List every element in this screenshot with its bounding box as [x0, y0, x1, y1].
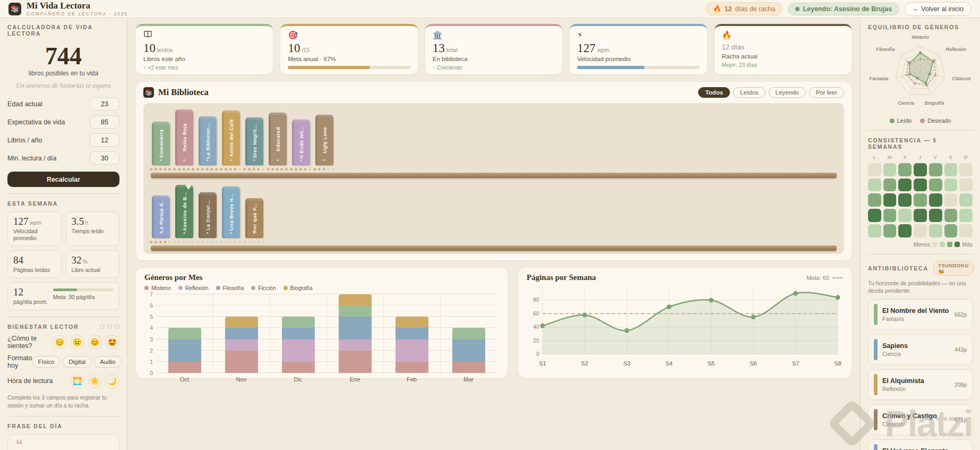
week-heading: ESTA SEMANA [7, 200, 119, 207]
format-button-audio[interactable]: Audio [94, 356, 121, 368]
book-spine-title: It Ends wit... [298, 126, 304, 158]
mood-button[interactable]: 🤩 [105, 335, 119, 349]
book-glyph-icon: ✦ [245, 231, 263, 235]
mood-button[interactable]: 😔 [53, 335, 67, 349]
book-spine[interactable]: Educated✦ [269, 113, 287, 165]
book-spine[interactable]: La Pareja d...✦ [152, 196, 170, 238]
book-spine[interactable]: La Bibliotec...✦ [199, 116, 217, 165]
book-spine[interactable]: La Conjur...✦ [199, 192, 217, 238]
antilibrary-item[interactable]: El Universo EleganteCiencia448p [868, 439, 973, 450]
calculator-field-input-0[interactable] [90, 97, 119, 111]
antilibrary-item[interactable]: El Nombre del VientoFantasía662p [868, 299, 973, 330]
mood-button[interactable]: 😊 [88, 335, 102, 349]
book-column: La Conjur...✦★★★★★ [199, 192, 217, 244]
book-spine-title: Cometierra [158, 129, 164, 158]
book-glyph-icon: ✦ [222, 158, 240, 163]
book-glyph-icon: ✦ [199, 158, 217, 163]
legend-dot-icon [144, 286, 149, 290]
svg-text:Reflexión: Reflexión [946, 47, 966, 52]
wellness-heading: BIENESTAR LECTOR [7, 324, 79, 330]
tab-por-leer[interactable]: Por leer [809, 87, 844, 98]
format-button-físico[interactable]: Físico [32, 356, 61, 368]
calculator-field-row: Libros / año [7, 133, 119, 147]
recalculate-button[interactable]: Recalcular [7, 172, 119, 187]
bar-segment-filosofía [225, 328, 258, 339]
book-spine[interactable]: Cometierra✦ [152, 122, 170, 165]
back-button[interactable]: ← Volver al inicio [905, 2, 972, 16]
tab-todos[interactable]: Todos [698, 87, 730, 98]
book-rating: ★★★★★ [243, 167, 265, 172]
pace-meta: Meta: 30 pág/día [53, 294, 114, 300]
book-spine[interactable]: Asesino de B...✦ [175, 185, 193, 238]
svg-text:20: 20 [533, 338, 539, 344]
calculator-field-input-3[interactable] [90, 151, 119, 165]
book-glyph-icon: ✦ [245, 158, 263, 163]
heatmap-cell [929, 163, 942, 176]
stat-value: 10 [143, 41, 156, 55]
stat-label: Velocidad promedio [577, 56, 699, 62]
antilibrary-book-genre: Reflexión [882, 386, 950, 392]
antilibrary-item[interactable]: SapiensCiencia443p [868, 334, 973, 365]
antilibrary-item[interactable]: Crimen y CastigoClásicos671p [868, 404, 973, 435]
time-buttons: 🌅☀️🌙 [70, 374, 119, 388]
bar-segment-misterio [282, 362, 315, 373]
book-spine[interactable]: Ugly Love✦ [315, 115, 333, 165]
app: 📚 Mi Vida Lectora COMPAÑERO DE LECTURA ·… [0, 0, 980, 450]
stat-card-3: ⚡127wpmVelocidad promedio [570, 24, 707, 74]
book-spine[interactable]: Reina Roja✦ [175, 109, 193, 165]
consistency-heatmap: LMXJVSD [868, 154, 973, 237]
heatmap-legend-swatch [940, 242, 945, 247]
tab-leyendo[interactable]: Leyendo [769, 87, 806, 98]
antilibrary-heading: ANTIBIBLIOTECA [868, 265, 929, 271]
book-spine-title: Una Breve H... [228, 193, 234, 231]
antilibrary-item[interactable]: El AlquimistaReflexión208p [868, 369, 973, 400]
calculator-field-row: Min. lectura / día [7, 151, 119, 165]
book-rating: ★★★★★ [173, 167, 195, 172]
book-spine-title: Diez Negrit... [252, 124, 257, 158]
mood-button[interactable]: 😐 [70, 335, 84, 349]
pages-chart-card: Páginas por Semana Meta: 60 020406080S1S… [518, 268, 852, 378]
library-title: Mi Biblioteca [158, 87, 209, 98]
book-glyph-icon: ✦ [269, 158, 287, 163]
bar-segment-biografía [339, 294, 372, 305]
fire-icon: 🔥 [722, 30, 844, 41]
genres-chart-card: Géneros por Mes MisterioReflexiónFilosof… [136, 268, 508, 378]
time-button[interactable]: 🌅 [70, 374, 84, 388]
heatmap-cell [883, 209, 897, 222]
book-spine[interactable]: Una Breve H...✦ [222, 186, 240, 238]
legend-dot-icon [178, 286, 183, 290]
stat-foot: Mejor: 23 días [722, 62, 844, 68]
week-stat-value: 3.5h [72, 216, 114, 227]
calculator-field-input-2[interactable] [90, 133, 119, 147]
bar-segment-biografía [225, 317, 258, 328]
heatmap-legend-min: Menos [914, 241, 931, 248]
x-tick-label: Dic [282, 376, 315, 383]
legend-label: Misterio [151, 285, 171, 291]
time-button[interactable]: 🌙 [105, 374, 119, 388]
legend-item-misterio: Misterio [144, 285, 171, 291]
pace-label: pág/día prom. [13, 299, 48, 305]
pace-progress-track [53, 288, 114, 291]
calculator-field-input-1[interactable] [90, 115, 119, 129]
heatmap-cell [959, 163, 973, 176]
bar-dic [282, 317, 315, 373]
radar-legend: LeídoDeseado [868, 117, 973, 124]
format-button-digital[interactable]: Digital [63, 356, 91, 368]
week-stat-box: 127wpmVelocidad promedio [7, 211, 62, 246]
heatmap-legend-max: Más [962, 241, 973, 248]
antilibrary-info: El Universo EleganteCiencia [882, 447, 950, 450]
book-spine[interactable]: Antes del Café✦ [222, 111, 240, 165]
stat-progress-track [577, 66, 699, 69]
bar-segment-filosofía [339, 317, 372, 339]
bar-oct [168, 328, 201, 373]
bar-mar [452, 328, 485, 373]
book-spine[interactable]: Por qué P...✦ [245, 198, 263, 238]
book-spine[interactable]: Diez Negrit...✦ [245, 117, 263, 165]
tab-leídos[interactable]: Leídos [733, 87, 766, 98]
heatmap-cell [944, 224, 958, 237]
radar-legend-dot-icon [920, 118, 925, 123]
book-spine[interactable]: It Ends wit...✦ [292, 120, 310, 165]
calculator-tagline: Un universo de historias te espera [7, 81, 119, 90]
time-button[interactable]: ☀️ [88, 374, 102, 388]
svg-text:S3: S3 [623, 360, 630, 367]
